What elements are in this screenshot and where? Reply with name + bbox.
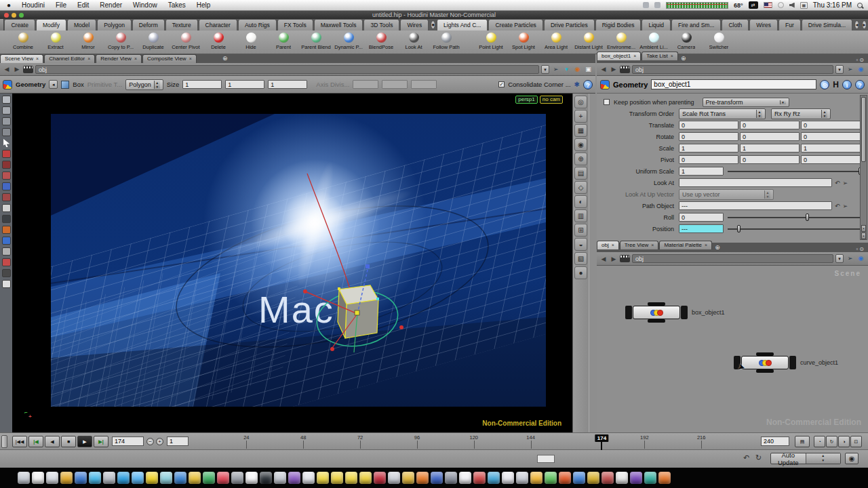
dock-icon[interactable] (630, 472, 642, 484)
shelf-tool[interactable]: Dynamic P... (332, 31, 365, 50)
shelf-tool[interactable]: Point Light (475, 31, 507, 50)
dock-icon[interactable] (445, 472, 457, 484)
dock-icon[interactable] (402, 472, 414, 484)
scene-path-field[interactable]: obj (35, 65, 539, 74)
dock-icon[interactable] (345, 472, 357, 484)
op-select-icon[interactable]: ➢ (843, 203, 848, 209)
dock-icon[interactable] (516, 472, 528, 484)
dock-icon[interactable] (18, 472, 30, 484)
viewport-tool-icon[interactable] (2, 171, 11, 180)
close-tab-icon[interactable]: × (36, 55, 39, 63)
shelf-tab[interactable]: Create (4, 19, 35, 30)
back-icon[interactable]: ◀ (599, 66, 608, 73)
network-editor[interactable]: Scene box_object1 (597, 266, 868, 432)
pin-icon[interactable]: ➢ (551, 65, 560, 74)
viewport-control-icon[interactable]: ⊕ (574, 152, 587, 165)
input-language-flag-icon[interactable] (764, 2, 772, 8)
shelf-tool[interactable]: Delete (202, 31, 235, 50)
shelf-scroll-left-icon[interactable]: ◂ (854, 20, 859, 29)
op-jump-icon[interactable]: ↶ (835, 203, 840, 209)
dock-icon[interactable] (658, 472, 671, 484)
range-end-field[interactable] (761, 436, 789, 446)
node-flag-right[interactable] (681, 306, 688, 319)
dock-icon[interactable] (174, 472, 186, 484)
dock-icon[interactable] (459, 472, 471, 484)
viewport-control-icon[interactable]: ◉ (574, 138, 587, 151)
dock-icon[interactable] (573, 472, 585, 484)
node-output-connector[interactable] (756, 369, 774, 373)
frame-increment-icon[interactable]: + (156, 438, 163, 445)
shelf-tool[interactable]: Copy to P... (104, 31, 137, 50)
pane-window-controls[interactable]: ▫⊙ (856, 57, 868, 63)
houdini-help-icon[interactable]: H (833, 80, 839, 89)
filter-icon[interactable]: ▾ (562, 65, 571, 74)
uniform-scale-slider[interactable] (728, 167, 864, 175)
shelf-add-icon[interactable]: ● (431, 20, 435, 29)
shelf-tool[interactable]: Mirror (72, 31, 104, 50)
viewport-tool-icon[interactable] (2, 237, 11, 245)
dock-icon[interactable] (89, 472, 101, 484)
shelf-tool[interactable]: BlendPose (365, 31, 397, 50)
loop-toggle-icon[interactable]: ↻ (826, 436, 837, 447)
viewport-tool-icon[interactable] (2, 269, 11, 277)
vector-z-field[interactable] (801, 132, 861, 141)
dock-icon[interactable] (117, 472, 130, 484)
dock-icon[interactable] (488, 472, 500, 484)
current-frame-field[interactable] (112, 436, 144, 446)
pane-tab[interactable]: Composite View × (142, 54, 197, 63)
dock-icon[interactable] (359, 472, 372, 484)
play-reverse-button[interactable]: ◀ (45, 436, 60, 447)
sync-icon[interactable]: ◉ (856, 254, 865, 263)
menubar-clock[interactable]: Thu 3:16 PM (813, 1, 852, 9)
dock-icon[interactable] (189, 472, 201, 484)
shelf-tab[interactable]: Polygon (97, 19, 132, 30)
shelf-tab[interactable]: Cloth (722, 19, 749, 30)
size-y-field[interactable] (225, 80, 264, 89)
dock-icon[interactable] (473, 472, 486, 484)
shelf-tab[interactable]: Modify (36, 19, 66, 30)
forward-icon[interactable]: ▶ (13, 66, 21, 73)
dock-icon[interactable] (559, 472, 571, 484)
vector-z-field[interactable] (801, 155, 861, 164)
vector-z-field[interactable] (801, 144, 861, 152)
viewport-control-icon[interactable]: ▤ (574, 167, 587, 180)
menu-item[interactable]: Render (100, 1, 122, 9)
transform-order-dropdown[interactable]: Scale Rot Trans▲▼ (679, 108, 766, 119)
frame-decrement-icon[interactable]: − (146, 438, 154, 445)
dock-icon[interactable] (260, 472, 272, 484)
dock-icon[interactable] (431, 472, 443, 484)
node-flag-right[interactable] (789, 356, 796, 369)
pane-tab[interactable]: Take List × (642, 52, 678, 60)
shelf-tool[interactable]: Follow Path (430, 31, 462, 50)
close-tab-icon[interactable]: × (671, 52, 673, 60)
shelf-tool[interactable]: Environme... (605, 31, 637, 50)
shelf-tool[interactable]: Distant Light (572, 31, 605, 50)
rotate-order-dropdown[interactable]: Rx Ry Rz▲▼ (771, 108, 831, 119)
path-object-field[interactable] (679, 201, 832, 210)
memory-icon[interactable]: ◉ (845, 453, 859, 464)
shelf-tab[interactable]: Fur (778, 19, 801, 30)
add-pane-tab-icon[interactable]: ⊕ (681, 54, 686, 63)
vector-y-field[interactable] (740, 155, 800, 164)
dock-icon[interactable] (146, 472, 158, 484)
pane-tab[interactable]: Scene View × (0, 54, 43, 63)
viewport-tool-icon[interactable] (2, 258, 11, 266)
shelf-tab[interactable]: Wires (749, 19, 778, 30)
close-tab-icon[interactable]: × (134, 55, 137, 63)
shelf-tab[interactable]: Liquid (642, 19, 671, 30)
uniform-scale-field[interactable] (679, 167, 724, 176)
molecule-icon[interactable]: ✱ (574, 81, 580, 88)
help-icon[interactable]: ? (583, 80, 593, 89)
dock-icon[interactable] (616, 472, 628, 484)
vector-x-field[interactable] (679, 132, 738, 141)
shelf-tool[interactable]: Center Pivot (170, 31, 202, 50)
dock-icon[interactable] (374, 472, 386, 484)
dock-icon[interactable] (160, 472, 172, 484)
viewport-control-icon[interactable]: ▥ (574, 209, 587, 222)
pin-icon[interactable]: ➢ (846, 65, 854, 74)
back-icon[interactable]: ◀ (3, 66, 11, 73)
timeline-ruler[interactable]: 24 48 72 96 120 144 192 216 174 (192, 434, 758, 449)
shelf-tab[interactable]: Auto Rigs (238, 19, 277, 30)
sync-icon[interactable]: ◉ (856, 65, 865, 74)
network-path-field[interactable]: obj (632, 254, 833, 263)
